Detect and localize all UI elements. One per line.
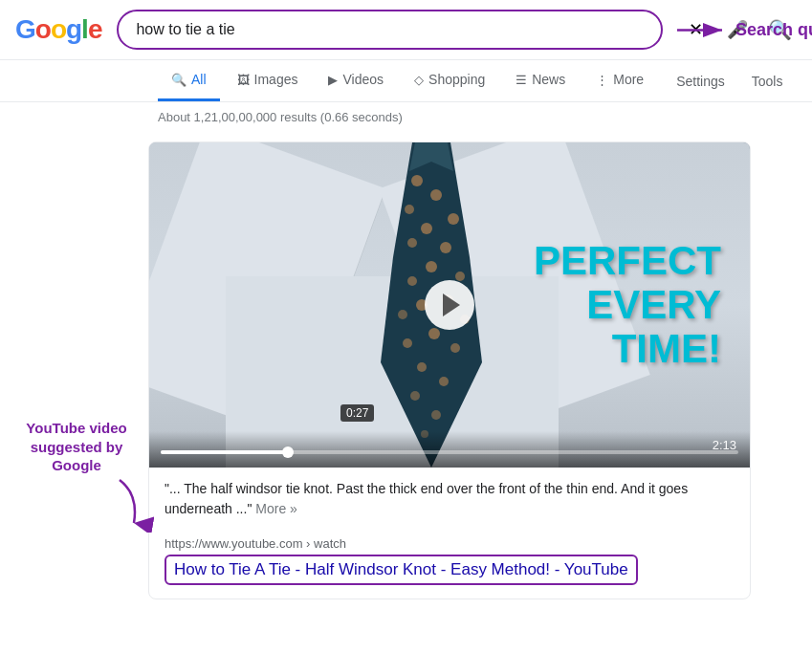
svg-point-22 bbox=[410, 391, 420, 401]
all-icon: 🔍 bbox=[171, 73, 187, 87]
svg-point-3 bbox=[411, 175, 423, 186]
tab-all[interactable]: 🔍 All bbox=[158, 60, 220, 101]
svg-point-9 bbox=[407, 238, 417, 248]
description-text: "... The half windsor tie knot. Past the… bbox=[165, 481, 688, 516]
video-controls: 2:13 bbox=[149, 431, 750, 468]
duration-badge: 2:13 bbox=[713, 438, 736, 452]
video-description: "... The half windsor tie knot. Past the… bbox=[149, 468, 750, 527]
search-input[interactable] bbox=[117, 10, 663, 50]
main-content: YouTube video suggested by Google bbox=[0, 132, 812, 599]
svg-point-10 bbox=[455, 272, 465, 281]
svg-point-7 bbox=[421, 223, 432, 234]
svg-point-11 bbox=[426, 261, 437, 272]
annotation-arrow-icon bbox=[62, 475, 158, 533]
images-icon: 🖼 bbox=[237, 73, 250, 87]
google-logo: Google bbox=[15, 14, 101, 45]
shopping-icon: ◇ bbox=[414, 73, 424, 87]
svg-point-20 bbox=[417, 362, 427, 372]
left-annotation-label: YouTube video suggested by Google bbox=[5, 419, 148, 475]
svg-point-21 bbox=[439, 377, 449, 386]
tab-shopping-label: Shopping bbox=[428, 72, 485, 87]
svg-point-12 bbox=[407, 276, 417, 286]
tab-videos-label: Videos bbox=[342, 72, 384, 87]
tab-more[interactable]: ⋮ More bbox=[582, 60, 657, 101]
left-annotation: YouTube video suggested by Google bbox=[0, 141, 148, 599]
tab-all-label: All bbox=[191, 72, 207, 87]
tab-videos[interactable]: ▶ Videos bbox=[315, 60, 397, 101]
result-title-link[interactable]: How to Tie A Tie - Half Windsor Knot - E… bbox=[165, 555, 638, 585]
results-count: About 1,21,00,00,000 results (0.66 secon… bbox=[158, 110, 403, 124]
videos-icon: ▶ bbox=[328, 73, 338, 87]
arrow-icon bbox=[672, 21, 730, 38]
tab-images[interactable]: 🖼 Images bbox=[224, 60, 312, 101]
more-icon: ⋮ bbox=[596, 73, 608, 87]
tab-more-label: More bbox=[613, 72, 644, 87]
nav-tabs: 🔍 All 🖼 Images ▶ Videos ◇ Shopping ☰ New… bbox=[0, 60, 812, 102]
more-button[interactable]: More » bbox=[255, 501, 297, 516]
tools-button[interactable]: Tools bbox=[740, 64, 795, 98]
svg-point-4 bbox=[430, 189, 442, 201]
video-url-area: https://www.youtube.com › watch How to T… bbox=[149, 527, 750, 599]
svg-point-19 bbox=[450, 343, 460, 353]
svg-point-17 bbox=[428, 328, 440, 339]
result-url: https://www.youtube.com › watch bbox=[165, 536, 735, 551]
tab-news[interactable]: ☰ News bbox=[502, 60, 579, 101]
progress-fill bbox=[161, 450, 288, 454]
overlay-line2: EVERY bbox=[534, 283, 721, 327]
svg-point-23 bbox=[431, 410, 441, 420]
play-button[interactable] bbox=[425, 280, 474, 330]
overlay-line1: PERFECT bbox=[534, 239, 721, 283]
svg-point-6 bbox=[405, 205, 414, 214]
search-query-label: Search query bbox=[735, 20, 812, 40]
svg-point-8 bbox=[440, 242, 451, 253]
results-info: About 1,21,00,00,000 results (0.66 secon… bbox=[0, 102, 812, 132]
search-bar-wrapper: Search query bbox=[117, 10, 663, 50]
header: Google Search query ✕ 🎤 🔍 bbox=[0, 0, 812, 60]
svg-point-18 bbox=[403, 338, 412, 348]
results-area: PERFECT EVERY TIME! 0:27 2:13 bbox=[148, 141, 812, 599]
video-card: PERFECT EVERY TIME! 0:27 2:13 bbox=[148, 141, 751, 599]
tab-images-label: Images bbox=[254, 72, 298, 87]
news-icon: ☰ bbox=[516, 73, 527, 87]
tab-shopping[interactable]: ◇ Shopping bbox=[401, 60, 498, 101]
progress-dot bbox=[282, 446, 294, 458]
tab-news-label: News bbox=[532, 72, 565, 87]
video-text-overlay: PERFECT EVERY TIME! bbox=[534, 239, 721, 372]
current-time-badge: 0:27 bbox=[340, 404, 374, 422]
overlay-line3: TIME! bbox=[534, 327, 721, 371]
settings-button[interactable]: Settings bbox=[665, 64, 736, 98]
svg-point-15 bbox=[398, 310, 407, 319]
svg-point-5 bbox=[448, 213, 459, 225]
progress-bar[interactable] bbox=[161, 450, 738, 454]
search-annotation: Search query bbox=[672, 20, 812, 40]
video-thumbnail[interactable]: PERFECT EVERY TIME! 0:27 2:13 bbox=[149, 142, 750, 468]
